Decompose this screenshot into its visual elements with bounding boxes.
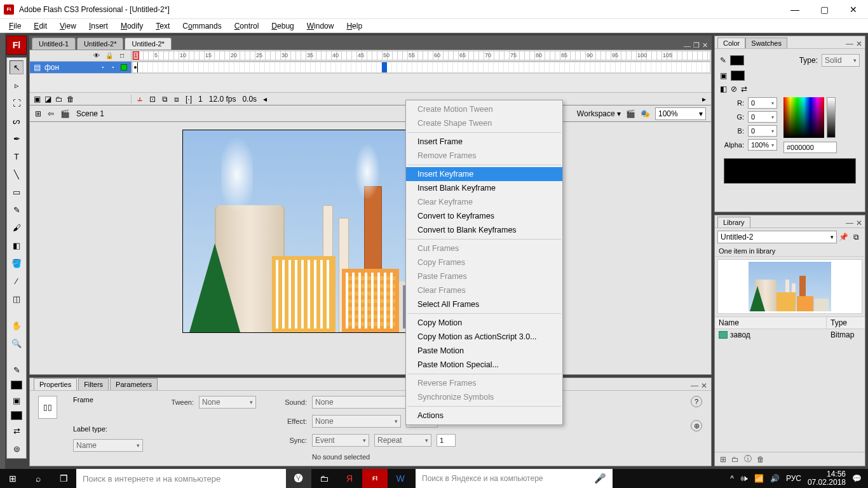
library-doc-select[interactable]: Untitled-2: [717, 231, 837, 243]
delete-layer-icon[interactable]: 🗑: [67, 95, 74, 104]
menu-file[interactable]: File: [3, 20, 27, 32]
menu-control[interactable]: Control: [228, 20, 266, 32]
lock-icon[interactable]: 🔒: [105, 52, 113, 59]
repeat-select[interactable]: Repeat: [374, 434, 431, 447]
scroll-right-icon[interactable]: ▸: [702, 95, 706, 104]
menu-view[interactable]: View: [53, 20, 83, 32]
mic-icon[interactable]: 🎤: [594, 473, 606, 484]
selected-frame-icon[interactable]: [382, 62, 387, 72]
taskbar-app-word[interactable]: W: [388, 469, 413, 488]
tray-language[interactable]: РУС: [786, 474, 801, 483]
menu-item-insert-frame[interactable]: Insert Frame: [406, 135, 562, 149]
close-button[interactable]: ✕: [839, 0, 868, 19]
effect-select[interactable]: None: [312, 415, 401, 428]
menu-item-paste-motion-special[interactable]: Paste Motion Special...: [406, 358, 562, 372]
brush-tool[interactable]: 🖌: [10, 220, 24, 234]
line-tool[interactable]: ╲: [10, 167, 24, 181]
scene-name[interactable]: Scene 1: [76, 109, 104, 118]
tray-notifications-icon[interactable]: 💬: [852, 474, 862, 483]
maximize-button[interactable]: ▢: [810, 0, 839, 19]
tab-library[interactable]: Library: [717, 217, 750, 227]
new-library-icon[interactable]: ⧉: [850, 231, 862, 243]
g-input[interactable]: 0: [748, 111, 777, 123]
doc-tab[interactable]: Untitled-2*: [77, 37, 123, 50]
stroke-swatch[interactable]: [730, 55, 744, 65]
tray-clock[interactable]: 14:5607.02.2018: [808, 470, 846, 487]
pen-tool[interactable]: ✒: [10, 132, 24, 146]
stage[interactable]: [29, 122, 712, 375]
free-transform-tool[interactable]: ⛶: [10, 96, 24, 110]
new-guide-icon[interactable]: ◪: [44, 95, 51, 104]
stroke-color-icon[interactable]: ✎: [10, 363, 24, 377]
workspace-menu[interactable]: Workspace ▾: [577, 109, 621, 118]
stroke-swatch[interactable]: [11, 381, 22, 390]
panel-close-icon[interactable]: ✕: [856, 39, 862, 48]
subselection-tool[interactable]: ▹: [10, 78, 24, 92]
taskbar-app-yandex[interactable]: 🅨: [286, 469, 311, 488]
tween-select[interactable]: None: [199, 396, 256, 409]
selection-tool[interactable]: ↖: [10, 60, 24, 74]
menu-item-insert-keyframe[interactable]: Insert Keyframe: [406, 167, 562, 181]
col-name[interactable]: Name: [715, 317, 827, 329]
fill-picker-icon[interactable]: ▣: [720, 71, 727, 80]
paint-bucket-tool[interactable]: 🪣: [10, 256, 24, 270]
menu-item-select-all-frames[interactable]: Select All Frames: [406, 297, 562, 311]
doc-tab[interactable]: Untitled-1: [32, 37, 76, 50]
menu-item-copy-motion-as-actionscript-3-0[interactable]: Copy Motion as ActionScript 3.0...: [406, 330, 562, 344]
snap-option-icon[interactable]: ⊚: [10, 442, 24, 456]
scroll-left-icon[interactable]: ◂: [263, 95, 267, 104]
taskbar-app-flash[interactable]: Fl: [362, 469, 388, 488]
minimize-button[interactable]: —: [780, 0, 810, 19]
timeline-toggle-icon[interactable]: ⊞: [35, 109, 41, 118]
new-layer-icon[interactable]: ▣: [34, 95, 41, 104]
lasso-tool[interactable]: ᔕ: [10, 114, 24, 128]
zoom-select[interactable]: 100%▾: [655, 107, 706, 120]
tray-expand-icon[interactable]: ^: [730, 474, 734, 483]
cortana-search-icon[interactable]: ⌕: [25, 469, 51, 488]
menu-window[interactable]: Window: [301, 20, 341, 32]
new-folder-icon[interactable]: 🗀: [731, 455, 739, 464]
layer-visible-dot[interactable]: •: [100, 64, 105, 69]
taskbar-app-explorer[interactable]: 🗀: [311, 469, 337, 488]
menu-item-insert-blank-keyframe[interactable]: Insert Blank Keyframe: [406, 181, 562, 195]
menu-debug[interactable]: Debug: [265, 20, 300, 32]
bw-icon[interactable]: ◧: [720, 85, 727, 93]
menu-item-copy-motion[interactable]: Copy Motion: [406, 316, 562, 330]
menu-insert[interactable]: Insert: [83, 20, 114, 32]
library-item[interactable]: завод Bitmap: [715, 329, 865, 341]
eyedropper-tool[interactable]: ⁄: [10, 274, 24, 288]
eraser-tool[interactable]: ◫: [10, 292, 24, 306]
back-icon[interactable]: ⇦: [48, 109, 54, 118]
hand-tool[interactable]: ✋: [10, 318, 24, 332]
menu-commands[interactable]: Commands: [176, 20, 227, 32]
pin-icon[interactable]: 📌: [837, 231, 850, 243]
taskbar-app-ybrowser[interactable]: Я: [337, 469, 362, 488]
frame-strip[interactable]: [132, 62, 710, 73]
tab-swatches[interactable]: Swatches: [745, 37, 787, 48]
menu-help[interactable]: Help: [340, 20, 369, 32]
frame-ruler[interactable]: 1510152025303540455055606570758085909510…: [132, 51, 710, 60]
menu-modify[interactable]: Modify: [114, 20, 149, 32]
tab-parameters[interactable]: Parameters: [110, 378, 158, 390]
value-slider[interactable]: [827, 97, 836, 138]
menu-item-convert-to-keyframes[interactable]: Convert to Keyframes: [406, 209, 562, 223]
menu-edit[interactable]: Edit: [27, 20, 53, 32]
layer-row[interactable]: ▤ фон • •: [30, 62, 132, 73]
windows-search-input[interactable]: Поиск в интернете и на компьютере: [76, 469, 286, 488]
nocolor-icon[interactable]: ⊘: [731, 85, 737, 93]
text-tool[interactable]: T: [10, 149, 24, 163]
stroke-picker-icon[interactable]: ✎: [720, 56, 726, 65]
ink-bottle-tool[interactable]: ◧: [10, 238, 24, 252]
tab-color[interactable]: Color: [717, 37, 745, 48]
doc-tab-active[interactable]: Untitled-2*: [125, 37, 171, 50]
fill-color-icon[interactable]: ▣: [10, 393, 24, 407]
onion-skin-icon[interactable]: ⧉: [162, 95, 168, 104]
edit-multiple-icon[interactable]: [·]: [186, 95, 192, 104]
task-view-icon[interactable]: ❐: [51, 469, 76, 488]
sync-select[interactable]: Event: [312, 434, 369, 447]
doc-restore-icon[interactable]: ❐: [693, 41, 700, 50]
yandex-search-input[interactable]: Поиск в Яндексе и на компьютере 🎤: [416, 469, 613, 488]
menu-item-convert-to-blank-keyframes[interactable]: Convert to Blank Keyframes: [406, 223, 562, 237]
label-type-select[interactable]: Name: [73, 439, 143, 452]
panel-close-icon[interactable]: ✕: [701, 381, 707, 390]
